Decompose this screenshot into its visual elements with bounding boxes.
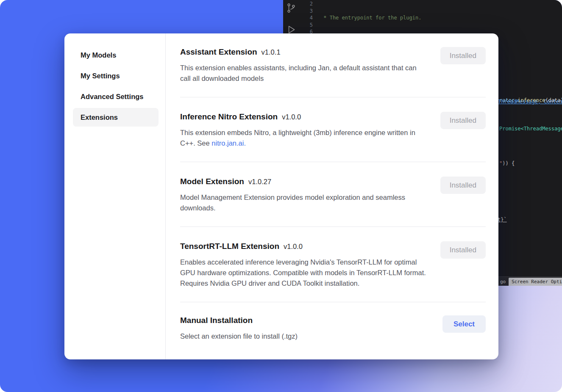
- extension-row-tensorrt: TensortRT-LLM Extensionv1.0.0 Enables ac…: [180, 226, 486, 302]
- code-token-close-paren: )) {: [502, 160, 515, 166]
- extension-version: v1.0.1: [262, 48, 281, 56]
- settings-sidebar: My Models My Settings Advanced Settings …: [64, 33, 166, 359]
- sidebar-item-advanced-settings[interactable]: Advanced Settings: [73, 87, 159, 106]
- sidebar-item-extensions[interactable]: Extensions: [73, 108, 159, 127]
- editor-line-numbers: 2 3 4 5 6: [303, 0, 313, 36]
- manual-installation-description: Select an extension file to install (.tg…: [180, 331, 298, 342]
- extension-info: Manual Installation Select an extension …: [180, 315, 298, 342]
- code-token-inference: inference: [517, 97, 545, 103]
- code-token-promise: Promise: [499, 126, 521, 132]
- extension-info: TensortRT-LLM Extensionv1.0.0 Enables ac…: [180, 240, 428, 289]
- extension-version: v1.0.0: [282, 113, 301, 121]
- sidebar-item-my-settings[interactable]: My Settings: [73, 66, 159, 85]
- code-fragment-promise: Promise<ThreadMessage>: [499, 125, 562, 133]
- code-token-threadmessage: <ThreadMessage>: [521, 126, 562, 132]
- code-line-comment: * The entrypoint for the plugin.: [320, 14, 562, 22]
- extensions-panel: Assistant Extensionv1.0.1 This extension…: [166, 33, 498, 359]
- extension-row-assistant: Assistant Extensionv1.0.1 This extension…: [180, 33, 486, 97]
- code-fragment-template-end: t}`: [498, 216, 507, 224]
- sidebar-item-my-models[interactable]: My Models: [73, 46, 159, 64]
- extension-name: TensortRT-LLM Extension: [180, 242, 279, 251]
- code-fragment-brace: ")) {: [499, 160, 515, 167]
- installed-button[interactable]: Installed: [440, 112, 486, 129]
- extension-row-nitro: Inference Nitro Extensionv1.0.0 This ext…: [180, 97, 486, 162]
- extension-description: Enables accelerated inference leveraging…: [180, 257, 428, 289]
- installed-button[interactable]: Installed: [440, 177, 486, 194]
- extension-description: This extension enables assistants, inclu…: [180, 63, 428, 84]
- code-token-args: (data));: [545, 97, 562, 103]
- code-fragment-inference: rator.inference(data));: [499, 97, 562, 104]
- extension-title: Inference Nitro Extensionv1.0.0: [180, 111, 428, 123]
- source-control-icon: [286, 3, 297, 16]
- editor-activity-bar: [286, 3, 297, 37]
- extension-description: This extension embeds Nitro, a lightweig…: [180, 127, 428, 149]
- extension-version: v1.0.0: [284, 243, 303, 250]
- screen-reader-chip: Screen Reader Optimize: [509, 278, 562, 286]
- nitro-jan-ai-link[interactable]: nitro.jan.ai.: [211, 139, 246, 147]
- extension-title: Assistant Extensionv1.0.1: [180, 46, 428, 58]
- settings-dialog: My Models My Settings Advanced Settings …: [64, 33, 498, 359]
- extension-title: Model Extensionv1.0.27: [180, 176, 428, 188]
- extension-info: Model Extensionv1.0.27 Model Management …: [180, 176, 428, 213]
- extension-description: Model Management Extension provides mode…: [180, 192, 428, 213]
- extension-version: v1.0.27: [248, 178, 271, 185]
- code-token-rator: rator.: [499, 97, 517, 103]
- extension-info: Inference Nitro Extensionv1.0.0 This ext…: [180, 111, 428, 149]
- extension-title: TensortRT-LLM Extensionv1.0.0: [180, 240, 428, 252]
- extension-name: Model Extension: [180, 177, 244, 186]
- extension-row-model: Model Extensionv1.0.27 Model Management …: [180, 162, 486, 226]
- select-file-button[interactable]: Select: [442, 315, 486, 333]
- hero-canvas: 2 3 4 5 6 * The entrypoint for the plugi…: [0, 0, 562, 392]
- extension-name: Assistant Extension: [180, 47, 257, 56]
- installed-button[interactable]: Installed: [440, 241, 486, 259]
- extension-info: Assistant Extensionv1.0.1 This extension…: [180, 46, 428, 84]
- installed-button[interactable]: Installed: [440, 47, 486, 64]
- manual-installation-title: Manual Installation: [180, 315, 298, 326]
- extension-name: Inference Nitro Extension: [180, 112, 278, 121]
- manual-installation-row: Manual Installation Select an extension …: [180, 302, 486, 353]
- status-text: go: [500, 279, 506, 286]
